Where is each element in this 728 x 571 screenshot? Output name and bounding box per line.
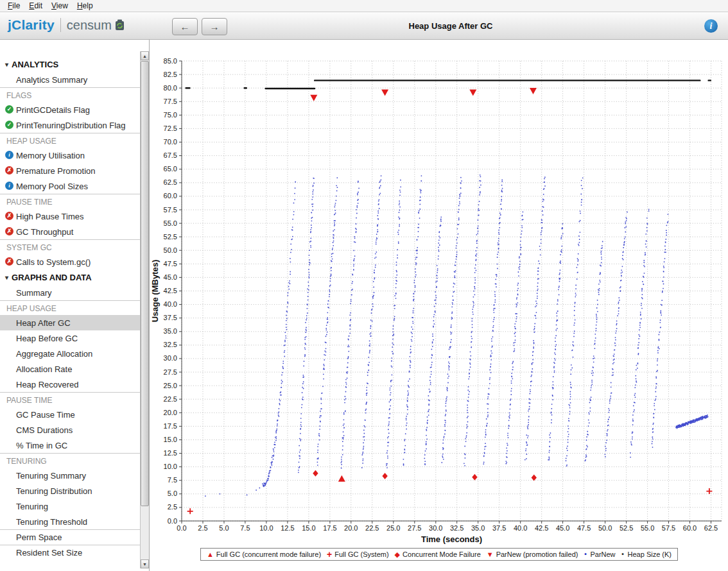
menu-item-file[interactable]: File	[3, 0, 24, 12]
dot-icon: ·	[584, 552, 587, 558]
svg-text:50.0: 50.0	[164, 246, 177, 254]
sidebar-item-calls-to-system-gc[interactable]: ✗Calls to System.gc()	[0, 254, 140, 269]
sidebar-section-heap-usage: HEAP USAGE	[0, 300, 140, 315]
sidebar-section-tenuring: TENURING	[0, 453, 140, 468]
sidebar-item-premature-promotion[interactable]: ✗Premature Promotion	[0, 163, 140, 178]
sidebar-item-gc-pause-time[interactable]: GC Pause Time	[0, 407, 140, 422]
sidebar-group-label: GRAPHS AND DATA	[12, 273, 92, 282]
legend-item-parnew-promotion-failed: ▼ParNew (promotion failed)	[487, 550, 578, 558]
svg-text:25.0: 25.0	[386, 524, 400, 532]
plus-marker-icon	[187, 508, 193, 514]
sidebar-item-label: Heap After GC	[16, 318, 71, 328]
sidebar-list: ▾ANALYTICSAnalytics SummaryFLAGS✓PrintGC…	[0, 40, 140, 571]
back-button[interactable]: ←	[172, 18, 198, 35]
sidebar-scrollbar[interactable]: ▲ ▼	[140, 51, 149, 568]
sidebar-item-cms-durations[interactable]: CMS Durations	[0, 422, 140, 438]
sidebar-item-heap-after-gc[interactable]: Heap After GC	[0, 315, 140, 330]
sidebar-item-label: % Time in GC	[16, 441, 67, 450]
svg-text:77.5: 77.5	[164, 98, 177, 105]
menu-item-help[interactable]: Help	[73, 0, 98, 12]
diamond-marker-icon	[472, 474, 477, 481]
info-icon: i	[710, 21, 713, 31]
sidebar-item-label: Memory Utilisation	[16, 151, 85, 160]
chart-legend: ▲Full GC (concurrent mode failure)+Full …	[200, 548, 678, 561]
svg-text:15.0: 15.0	[302, 524, 315, 532]
sidebar-item-time-in-gc[interactable]: % Time in GC	[0, 438, 140, 453]
sidebar-item-allocation-rate[interactable]: Allocation Rate	[0, 361, 140, 377]
legend-label: Concurrent Mode Failure	[403, 550, 481, 558]
sidebar-item-label: Calls to System.gc()	[16, 257, 91, 267]
sidebar-item-tenuring-threshold[interactable]: Tenuring Threshold	[0, 514, 140, 529]
svg-text:42.5: 42.5	[535, 524, 548, 532]
menu-mnemonic: E	[29, 1, 34, 10]
svg-text:22.5: 22.5	[365, 524, 379, 532]
scrollbar-thumb[interactable]	[141, 61, 149, 506]
sidebar-item-tenuring-distribution[interactable]: Tenuring Distribution	[0, 483, 140, 499]
sidebar-item-printgcdetails-flag[interactable]: ✓PrintGCDetails Flag	[0, 102, 140, 117]
sidebar-item-aggregate-allocation[interactable]: Aggregate Allocation	[0, 346, 140, 361]
scroll-down-icon: ▼	[143, 562, 147, 567]
svg-text:35.0: 35.0	[164, 327, 177, 335]
scroll-down-button[interactable]: ▼	[141, 559, 149, 568]
menu-item-edit[interactable]: Edit	[24, 0, 47, 12]
status-ok-icon: ✓	[5, 105, 13, 114]
sidebar-item-gc-throughput[interactable]: ✗GC Throughput	[0, 224, 140, 239]
censum-logo: censum	[67, 18, 112, 33]
menu-mnemonic: H	[77, 1, 83, 10]
status-error-icon: ✗	[5, 227, 13, 235]
svg-text:75.0: 75.0	[164, 111, 177, 119]
chevron-down-icon: ▾	[5, 274, 8, 281]
sidebar: ▾ANALYTICSAnalytics SummaryFLAGS✓PrintGC…	[0, 40, 150, 571]
sidebar-item-tenuring-summary[interactable]: Tenuring Summary	[0, 468, 140, 483]
legend-item-parnew: ·ParNew	[584, 550, 615, 558]
sidebar-item-summary[interactable]: Summary	[0, 285, 140, 300]
sidebar-section-heap-usage: HEAP USAGE	[0, 133, 140, 148]
sidebar-item-high-pause-times[interactable]: ✗High Pause Times	[0, 209, 140, 224]
triangle-up-icon: ▲	[207, 551, 214, 558]
sidebar-item-heap-recovered[interactable]: Heap Recovered	[0, 377, 140, 392]
sidebar-item-label: Tenuring Distribution	[16, 486, 92, 496]
sidebar-group-graphs-and-data[interactable]: ▾GRAPHS AND DATA	[0, 269, 140, 285]
back-arrow-icon: ←	[180, 21, 190, 32]
sidebar-group-analytics[interactable]: ▾ANALYTICS	[0, 56, 140, 72]
legend-label: Full GC (concurrent mode failure)	[216, 550, 321, 558]
sidebar-item-memory-pool-sizes[interactable]: iMemory Pool Sizes	[0, 178, 140, 194]
sidebar-item-resident-set-size[interactable]: Resident Set Size	[0, 545, 140, 560]
sidebar-item-memory-utilisation[interactable]: iMemory Utilisation	[0, 148, 140, 163]
scroll-up-icon: ▲	[143, 54, 147, 58]
page-title: Heap Usage After GC	[212, 12, 689, 39]
scroll-up-button[interactable]: ▲	[141, 51, 149, 60]
sidebar-item-analytics-summary[interactable]: Analytics Summary	[0, 72, 140, 87]
status-info-icon: i	[5, 151, 13, 159]
diamond-marker-icon	[532, 475, 537, 481]
sidebar-item-label: Allocation Rate	[16, 364, 72, 374]
legend-item-full-gc-concurrent-mode-failure: ▲Full GC (concurrent mode failure)	[207, 550, 321, 558]
brand: jClarity censum	[8, 17, 125, 33]
sidebar-item-heap-before-gc[interactable]: Heap Before GC	[0, 330, 140, 346]
sidebar-item-perm-space[interactable]: Perm Space	[0, 529, 140, 545]
svg-text:62.5: 62.5	[164, 178, 177, 186]
legend-wrap: ▲Full GC (concurrent mode failure)+Full …	[150, 548, 728, 561]
sidebar-item-label: Tenuring Threshold	[16, 517, 87, 527]
sidebar-item-label: Analytics Summary	[16, 75, 87, 85]
svg-text:15.0: 15.0	[164, 436, 177, 443]
sidebar-item-tenuring[interactable]: Tenuring	[0, 499, 140, 514]
sidebar-item-printtenuringdistribution-flag[interactable]: ✓PrintTenuringDistribution Flag	[0, 117, 140, 133]
sidebar-item-label: Tenuring Summary	[16, 471, 86, 481]
svg-text:65.0: 65.0	[164, 165, 177, 173]
sidebar-item-label: GC Pause Time	[16, 410, 75, 420]
chart-panel: 0.02.55.07.510.012.515.017.520.022.525.0…	[150, 40, 728, 571]
svg-text:40.0: 40.0	[164, 300, 177, 308]
grid-lines	[182, 61, 722, 521]
svg-text:2.5: 2.5	[198, 524, 207, 532]
menu-item-view[interactable]: View	[47, 0, 73, 12]
sidebar-item-label: Premature Promotion	[16, 166, 96, 176]
sidebar-section-pause-time: PAUSE TIME	[0, 392, 140, 407]
sidebar-item-label: Heap Recovered	[16, 380, 79, 389]
svg-text:40.0: 40.0	[514, 524, 527, 532]
sidebar-section-pause-time: PAUSE TIME	[0, 194, 140, 209]
sidebar-section-flags: FLAGS	[0, 87, 140, 102]
svg-text:30.0: 30.0	[164, 354, 177, 362]
info-button[interactable]: i	[704, 19, 718, 33]
legend-label: Heap Size (K)	[628, 550, 672, 558]
